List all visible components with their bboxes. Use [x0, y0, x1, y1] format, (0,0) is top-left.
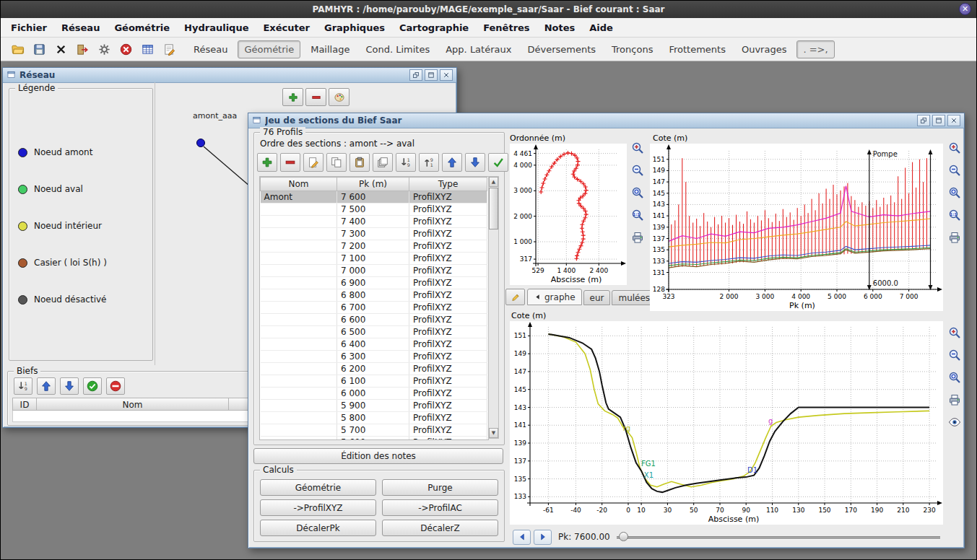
toolbar-button-deversements[interactable]: Déversements [521, 40, 602, 58]
duplicate-button[interactable] [373, 153, 393, 172]
eye-icon[interactable] [946, 414, 963, 431]
sort-ascending-button[interactable]: 91 [419, 153, 439, 172]
close-icon[interactable] [440, 69, 453, 81]
biefs-validate-button[interactable] [83, 377, 102, 395]
menu-item-fichier[interactable]: Fichier [4, 19, 54, 36]
menu-item-graphiques[interactable]: Graphiques [317, 19, 392, 36]
profile-row[interactable]: Amont7 600ProfilXYZ [261, 191, 487, 204]
biefs-column-nom[interactable]: Nom [37, 398, 229, 411]
table-icon[interactable] [138, 40, 157, 59]
calc-button-decalerz[interactable]: DécalerZ [382, 520, 498, 536]
profile-row[interactable]: 7 100ProfilXYZ [261, 253, 487, 265]
scroll-up-icon[interactable]: ▲ [489, 177, 498, 187]
profile-row[interactable]: 6 500ProfilXYZ [261, 326, 487, 338]
edit-profile-button[interactable] [303, 153, 324, 172]
tab-eur[interactable]: eur [583, 290, 611, 305]
profile-row[interactable]: 5 800ProfilXYZ [261, 412, 487, 424]
profile-row[interactable]: 6 800ProfilXYZ [261, 289, 487, 302]
print-icon[interactable] [946, 391, 963, 408]
maximize-icon[interactable] [425, 69, 438, 81]
profile-row[interactable]: 7 400ProfilXYZ [261, 216, 487, 228]
close-icon[interactable] [947, 115, 960, 126]
menu-item-notes[interactable]: Notes [537, 19, 583, 36]
biefs-remove-button[interactable] [106, 377, 125, 395]
column-header-pk-m[interactable]: Pk (m) [337, 178, 409, 191]
zoom-out-icon[interactable] [946, 162, 963, 179]
sections-window-titlebar[interactable]: Jeu de sections du Bief Saar [248, 113, 964, 128]
zoom-1-1-icon[interactable]: 1:1 [946, 206, 963, 224]
undock-icon[interactable] [917, 115, 930, 126]
tab-graphe[interactable]: graphe [527, 289, 582, 305]
toolbar-button-ouvrages[interactable]: Ouvrages [736, 40, 793, 58]
zoom-in-icon[interactable] [946, 324, 963, 341]
slider-handle[interactable] [619, 532, 628, 541]
move-up-button[interactable] [442, 153, 462, 172]
settings-gear-icon[interactable] [95, 40, 114, 59]
calc-button-profilac[interactable]: ->ProfilAC [382, 499, 498, 516]
toolbar-button-maillage[interactable]: Maillage [305, 40, 355, 58]
profile-row[interactable]: 6 400ProfilXYZ [261, 338, 487, 351]
validate-button[interactable] [488, 153, 508, 172]
biefs-table-body[interactable] [12, 411, 255, 422]
notes-icon[interactable] [160, 40, 179, 59]
add-profile-button[interactable] [257, 153, 277, 172]
close-file-icon[interactable] [51, 40, 71, 59]
zoom-fit-icon[interactable] [946, 369, 963, 386]
profile-row[interactable]: 7 300ProfilXYZ [261, 228, 487, 240]
calc-button-profilxyz[interactable]: ->ProfilXYZ [260, 499, 376, 516]
maximize-icon[interactable] [932, 115, 945, 126]
copy-button[interactable] [326, 153, 347, 172]
menu-item-executer[interactable]: Exécuter [256, 19, 317, 36]
toolbar-button-app-lateraux[interactable]: App. Latéraux [440, 40, 517, 58]
zoom-out-icon[interactable] [629, 162, 646, 179]
scroll-down-icon[interactable]: ▼ [489, 428, 498, 438]
edit-graph-button[interactable] [505, 289, 525, 305]
print-icon[interactable] [946, 229, 963, 246]
zoom-in-icon[interactable] [629, 139, 646, 157]
table-scrollbar[interactable]: ▲ ▼ [488, 176, 499, 439]
profile-row[interactable]: 7 500ProfilXYZ [261, 204, 487, 216]
move-down-button[interactable] [465, 153, 485, 172]
pk-slider[interactable] [617, 530, 940, 543]
profile-row[interactable]: 6 200ProfilXYZ [261, 363, 487, 375]
toolbar-button-geometrie[interactable]: Géométrie [238, 40, 300, 58]
profile-row[interactable]: 6 700ProfilXYZ [261, 302, 487, 314]
zoom-in-icon[interactable] [946, 139, 963, 157]
toolbar-button-reseau[interactable]: Réseau [188, 40, 233, 58]
reseau-window-titlebar[interactable]: Réseau [3, 68, 456, 83]
menu-item-aide[interactable]: Aide [582, 19, 620, 36]
profile-row[interactable]: 7 000ProfilXYZ [261, 265, 487, 277]
remove-profile-button[interactable] [280, 153, 300, 172]
profile-row[interactable]: 6 300ProfilXYZ [261, 351, 487, 363]
undock-icon[interactable] [409, 69, 422, 81]
previous-profile-button[interactable] [513, 530, 531, 545]
save-icon[interactable] [30, 40, 49, 59]
sort-descending-button[interactable]: 19 [396, 153, 416, 172]
print-icon[interactable] [629, 229, 646, 246]
zoom-1-1-icon[interactable]: 1:1 [629, 206, 646, 224]
calc-button-decalerpk[interactable]: DécalerPk [260, 520, 376, 536]
toolbar-button-troncons[interactable]: Tronçons [606, 40, 659, 58]
scrollbar-thumb[interactable] [489, 188, 498, 229]
profile-row[interactable]: 5 900ProfilXYZ [261, 400, 487, 412]
profile-row[interactable]: 7 200ProfilXYZ [261, 240, 487, 253]
stop-icon[interactable] [116, 40, 136, 59]
add-node-button[interactable] [282, 88, 303, 106]
column-header-nom[interactable]: Nom [261, 178, 337, 191]
palette-button[interactable] [329, 88, 349, 106]
open-icon[interactable] [8, 40, 27, 59]
profile-row[interactable]: 6 100ProfilXYZ [261, 375, 487, 388]
zoom-out-icon[interactable] [946, 346, 963, 364]
toolbar-button-cond-limites[interactable]: Cond. Limites [360, 40, 435, 58]
profile-row[interactable]: 6 600ProfilXYZ [261, 314, 487, 326]
biefs-move-up-button[interactable] [37, 377, 56, 395]
calc-button-geometrie[interactable]: Géométrie [260, 479, 376, 496]
zoom-fit-icon[interactable] [946, 184, 963, 201]
menu-item-geometrie[interactable]: Géométrie [107, 19, 177, 36]
profile-row[interactable]: 5 700ProfilXYZ [261, 424, 487, 437]
zoom-fit-icon[interactable] [629, 184, 646, 201]
menu-item-hydraulique[interactable]: Hydraulique [177, 19, 256, 36]
profile-row[interactable]: 6 900ProfilXYZ [261, 277, 487, 289]
profile-row[interactable]: 5 600ProfilXYZ [261, 437, 487, 441]
biefs-sort-button[interactable]: 19 [14, 377, 32, 395]
